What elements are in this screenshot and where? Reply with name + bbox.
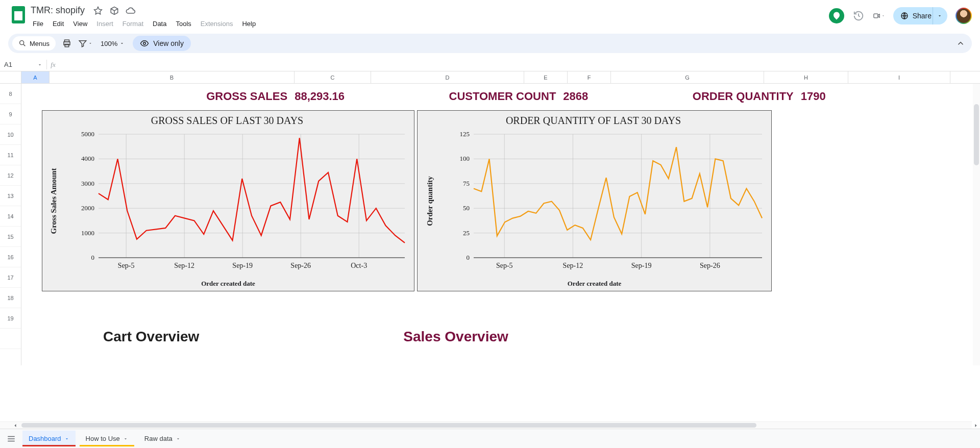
collapse-toolbar-icon[interactable] — [953, 36, 968, 51]
chart1-xlabel: Order created date — [42, 280, 414, 288]
all-sheets-icon[interactable] — [4, 432, 18, 446]
sales-overview-title: Sales Overview — [403, 329, 508, 345]
menu-file[interactable]: File — [29, 18, 47, 30]
chart-gross-sales[interactable]: GROSS SALES OF LAST 30 DAYS Gross Sales … — [42, 110, 414, 291]
filter-icon[interactable] — [78, 36, 92, 51]
name-box[interactable]: A1 — [0, 60, 47, 69]
svg-text:100: 100 — [460, 155, 470, 162]
share-dropdown[interactable] — [933, 7, 947, 24]
chart1-title: GROSS SALES OF LAST 30 DAYS — [46, 115, 408, 127]
kpi-order-qty-value: 1790 — [801, 90, 826, 103]
print-icon[interactable] — [60, 36, 74, 51]
row-header-19[interactable]: 19 — [0, 308, 21, 329]
row-header-18[interactable]: 18 — [0, 288, 21, 308]
col-header-I[interactable]: I — [848, 71, 950, 83]
col-header-A[interactable]: A — [21, 71, 50, 83]
zoom-select[interactable]: 100% — [96, 38, 129, 49]
cloud-icon[interactable] — [126, 6, 136, 16]
row-header-17[interactable]: 17 — [0, 267, 21, 288]
name-box-value: A1 — [4, 61, 12, 68]
star-icon[interactable] — [93, 6, 103, 16]
svg-text:75: 75 — [463, 180, 470, 187]
tab-dashboard[interactable]: Dashboard — [22, 431, 76, 446]
svg-text:0: 0 — [467, 254, 470, 261]
formula-bar: A1 fx — [0, 58, 980, 71]
toolbar: Menus 100% View only — [8, 34, 972, 53]
svg-text:Sep-12: Sep-12 — [174, 262, 194, 269]
svg-text:125: 125 — [460, 130, 470, 138]
row-header-11[interactable]: 11 — [0, 145, 21, 165]
svg-text:25: 25 — [463, 229, 470, 237]
menu-view[interactable]: View — [69, 18, 91, 30]
svg-text:Oct-3: Oct-3 — [351, 262, 367, 269]
account-avatar[interactable] — [955, 8, 972, 24]
col-header-H[interactable]: H — [764, 71, 848, 83]
chart2-ylabel: Order quantity — [426, 176, 434, 226]
kpi-customer-count-label: CUSTOMER COUNT — [449, 90, 556, 103]
col-header-B[interactable]: B — [50, 71, 295, 83]
menu-help[interactable]: Help — [238, 18, 260, 30]
meet-icon[interactable] — [873, 10, 885, 22]
select-all-cell[interactable] — [0, 71, 21, 84]
sheet-body[interactable]: GROSS SALES 88,293.16 CUSTOMER COUNT 286… — [21, 84, 980, 365]
chart1-plot: 010002000300040005000Sep-5Sep-12Sep-19Se… — [63, 129, 410, 282]
svg-text:Sep-19: Sep-19 — [631, 262, 652, 269]
col-header-D[interactable]: D — [371, 71, 524, 83]
svg-text:Sep-26: Sep-26 — [700, 262, 720, 269]
zoom-value: 100% — [101, 40, 117, 47]
fx-icon: fx — [47, 61, 59, 69]
tab-raw-label: Raw data — [144, 435, 173, 442]
chart2-title: ORDER QUANTITY OF LAST 30 DAYS — [422, 115, 765, 127]
menu-extensions: Extensions — [197, 18, 237, 30]
menu-insert: Insert — [92, 18, 117, 30]
svg-text:5000: 5000 — [81, 130, 94, 138]
svg-text:1000: 1000 — [81, 229, 94, 237]
svg-text:0: 0 — [91, 254, 95, 261]
svg-text:Sep-19: Sep-19 — [232, 262, 253, 269]
row-header-10[interactable]: 10 — [0, 125, 21, 145]
view-only-label: View only — [153, 39, 184, 47]
move-icon[interactable] — [109, 6, 119, 16]
horizontal-scrollbar[interactable] — [0, 421, 972, 429]
share-label: Share — [913, 12, 932, 20]
chart2-xlabel: Order created date — [418, 280, 771, 288]
menu-bar: File Edit View Insert Format Data Tools … — [29, 18, 829, 30]
vertical-scrollbar[interactable] — [973, 84, 980, 365]
col-header-F[interactable]: F — [568, 71, 611, 83]
col-header-C[interactable]: C — [295, 71, 371, 83]
tab-dashboard-label: Dashboard — [29, 435, 61, 442]
kpi-row: GROSS SALES 88,293.16 CUSTOMER COUNT 286… — [21, 90, 980, 103]
row-header-8[interactable]: 8 — [0, 84, 21, 104]
doc-title[interactable]: TMR: shopify — [29, 4, 87, 17]
row-header-9[interactable]: 9 — [0, 104, 21, 125]
svg-text:3000: 3000 — [81, 180, 94, 187]
menu-format: Format — [118, 18, 148, 30]
view-only-chip[interactable]: View only — [133, 36, 191, 51]
svg-text:Sep-5: Sep-5 — [496, 262, 513, 269]
row-header-12[interactable]: 12 — [0, 165, 21, 186]
kpi-customer-count-value: 2868 — [563, 90, 588, 103]
menu-data[interactable]: Data — [149, 18, 170, 30]
row-headers: 8910111213141516171819 — [0, 84, 21, 365]
column-headers: ABCDEFGHI — [21, 71, 980, 84]
tab-raw[interactable]: Raw data — [138, 431, 187, 446]
menu-edit[interactable]: Edit — [48, 18, 68, 30]
row-header-16[interactable]: 16 — [0, 247, 21, 267]
kpi-gross-sales-label: GROSS SALES — [206, 90, 287, 103]
menu-tools[interactable]: Tools — [172, 18, 195, 30]
chart-order-qty[interactable]: ORDER QUANTITY OF LAST 30 DAYS Order qua… — [417, 110, 772, 291]
menus-search[interactable]: Menus — [12, 36, 56, 51]
menus-label: Menus — [30, 40, 50, 47]
tab-howto[interactable]: How to Use — [80, 431, 134, 446]
sheets-logo[interactable] — [8, 4, 29, 23]
anonymous-user-icon[interactable] — [829, 8, 844, 23]
col-header-E[interactable]: E — [524, 71, 568, 83]
history-icon[interactable] — [852, 10, 865, 22]
row-header-14[interactable]: 14 — [0, 206, 21, 227]
row-header-13[interactable]: 13 — [0, 186, 21, 206]
app-header: TMR: shopify File Edit View Insert Forma… — [0, 0, 980, 30]
row-header-15[interactable]: 15 — [0, 227, 21, 247]
row-header-[interactable] — [0, 329, 21, 349]
col-header-G[interactable]: G — [611, 71, 764, 83]
svg-text:Sep-26: Sep-26 — [290, 262, 311, 269]
